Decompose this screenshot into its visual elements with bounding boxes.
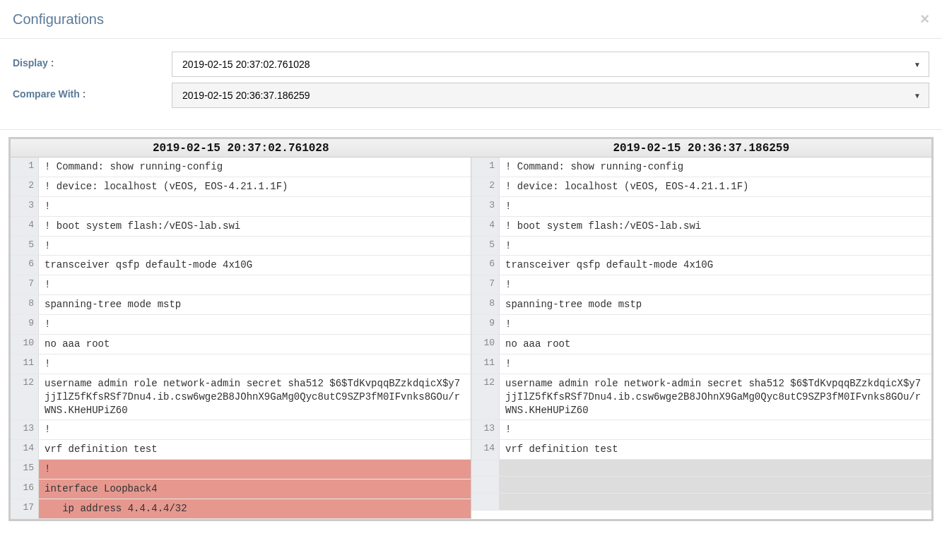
- diff-headers: 2019-02-15 20:37:02.761028 2019-02-15 20…: [11, 139, 931, 157]
- line-number: 15: [11, 460, 39, 479]
- diff-row: 16interface Loopback4: [11, 479, 471, 499]
- line-number: 14: [471, 440, 500, 459]
- diff-row: [471, 494, 931, 511]
- line-number: 9: [11, 315, 39, 334]
- code-line: ! Command: show running-config: [39, 157, 471, 177]
- compare-select[interactable]: 2019-02-15 20:36:37.186259: [172, 83, 929, 108]
- modal-header: Configurations ×: [0, 0, 942, 39]
- compare-label: Compare With :: [13, 83, 172, 100]
- diff-row: [471, 477, 931, 494]
- code-line: vrf definition test: [500, 440, 931, 459]
- diff-row: 2! device: localhost (vEOS, EOS-4.21.1.1…: [471, 177, 931, 197]
- line-number: 7: [11, 275, 39, 294]
- code-line: [500, 477, 931, 493]
- controls-section: Display : 2019-02-15 20:37:02.761028 ▼ C…: [0, 39, 942, 130]
- display-select[interactable]: 2019-02-15 20:37:02.761028: [172, 52, 929, 77]
- line-number: 11: [11, 355, 39, 374]
- diff-row: 6transceiver qsfp default-mode 4x10G: [471, 256, 931, 275]
- line-number: 7: [471, 275, 500, 294]
- diff-row: 10no aaa root: [471, 335, 931, 355]
- diff-row: 13!: [11, 420, 471, 440]
- line-number: 5: [11, 237, 39, 256]
- display-label: Display :: [13, 52, 172, 68]
- code-line: transceiver qsfp default-mode 4x10G: [500, 256, 931, 275]
- code-line: [500, 494, 931, 510]
- line-number: 9: [471, 315, 500, 334]
- code-line: spanning-tree mode mstp: [39, 295, 471, 314]
- diff-header-left: 2019-02-15 20:37:02.761028: [11, 139, 471, 157]
- line-number: 5: [471, 237, 500, 256]
- diff-row: 3!: [11, 197, 471, 217]
- diff-row: 5!: [11, 237, 471, 256]
- diff-row: 12username admin role network-admin secr…: [471, 374, 931, 421]
- code-line: [500, 460, 931, 476]
- display-select-wrap: 2019-02-15 20:37:02.761028 ▼: [172, 52, 929, 77]
- line-number: 3: [471, 197, 500, 216]
- line-number: 14: [11, 440, 39, 459]
- code-line: !: [39, 197, 471, 216]
- diff-row: 1! Command: show running-config: [11, 157, 471, 177]
- diff-row: 13!: [471, 420, 931, 440]
- line-number: 16: [11, 479, 39, 499]
- diff-row: 3!: [471, 197, 931, 217]
- line-number: 8: [11, 295, 39, 314]
- line-number: 6: [471, 256, 500, 275]
- close-icon[interactable]: ×: [920, 10, 929, 28]
- code-line: spanning-tree mode mstp: [500, 295, 931, 314]
- code-line: !: [39, 315, 471, 334]
- code-line: !: [500, 237, 931, 256]
- diff-row: 9!: [471, 315, 931, 335]
- code-line: !: [500, 420, 931, 439]
- diff-row: 7!: [11, 275, 471, 295]
- line-number: 13: [471, 420, 500, 439]
- diff-column-right: 1! Command: show running-config2! device…: [471, 157, 931, 519]
- diff-row: 4! boot system flash:/vEOS-lab.swi: [471, 217, 931, 237]
- code-line: no aaa root: [39, 335, 471, 354]
- diff-row: 17 ip address 4.4.4.4/32: [11, 499, 471, 519]
- diff-row: 5!: [471, 237, 931, 256]
- line-number: [471, 477, 500, 493]
- diff-body: 1! Command: show running-config2! device…: [11, 157, 931, 519]
- diff-row: 7!: [471, 275, 931, 295]
- line-number: 1: [11, 157, 39, 177]
- code-line: !: [39, 355, 471, 374]
- code-line: !: [39, 237, 471, 256]
- code-line: username admin role network-admin secret…: [39, 374, 471, 420]
- code-line: username admin role network-admin secret…: [500, 374, 931, 420]
- diff-row: 11!: [471, 355, 931, 374]
- code-line: !: [500, 275, 931, 294]
- code-line: ! boot system flash:/vEOS-lab.swi: [500, 217, 931, 236]
- compare-select-wrap: 2019-02-15 20:36:37.186259 ▼: [172, 83, 929, 108]
- line-number: 1: [471, 157, 500, 177]
- line-number: 10: [471, 335, 500, 354]
- line-number: 2: [11, 177, 39, 196]
- code-line: !: [39, 460, 471, 479]
- line-number: 10: [11, 335, 39, 354]
- code-line: interface Loopback4: [39, 479, 471, 499]
- diff-row: 15!: [11, 460, 471, 479]
- diff-row: 14vrf definition test: [471, 440, 931, 460]
- compare-row: Compare With : 2019-02-15 20:36:37.18625…: [13, 83, 929, 108]
- diff-column-left: 1! Command: show running-config2! device…: [11, 157, 471, 519]
- code-line: !: [39, 420, 471, 439]
- display-row: Display : 2019-02-15 20:37:02.761028 ▼: [13, 52, 929, 77]
- code-line: !: [39, 275, 471, 294]
- line-number: 12: [11, 374, 39, 420]
- line-number: 4: [471, 217, 500, 236]
- line-number: 8: [471, 295, 500, 314]
- line-number: 4: [11, 217, 39, 236]
- modal-title: Configurations: [13, 11, 104, 28]
- diff-row: 11!: [11, 355, 471, 374]
- diff-row: 4! boot system flash:/vEOS-lab.swi: [11, 217, 471, 237]
- diff-row: 14vrf definition test: [11, 440, 471, 460]
- line-number: 13: [11, 420, 39, 439]
- code-line: !: [500, 197, 931, 216]
- line-number: 2: [471, 177, 500, 196]
- code-line: vrf definition test: [39, 440, 471, 459]
- code-line: ! Command: show running-config: [500, 157, 931, 177]
- diff-row: 12username admin role network-admin secr…: [11, 374, 471, 421]
- line-number: [471, 494, 500, 510]
- code-line: !: [500, 315, 931, 334]
- line-number: 17: [11, 499, 39, 518]
- line-number: 3: [11, 197, 39, 216]
